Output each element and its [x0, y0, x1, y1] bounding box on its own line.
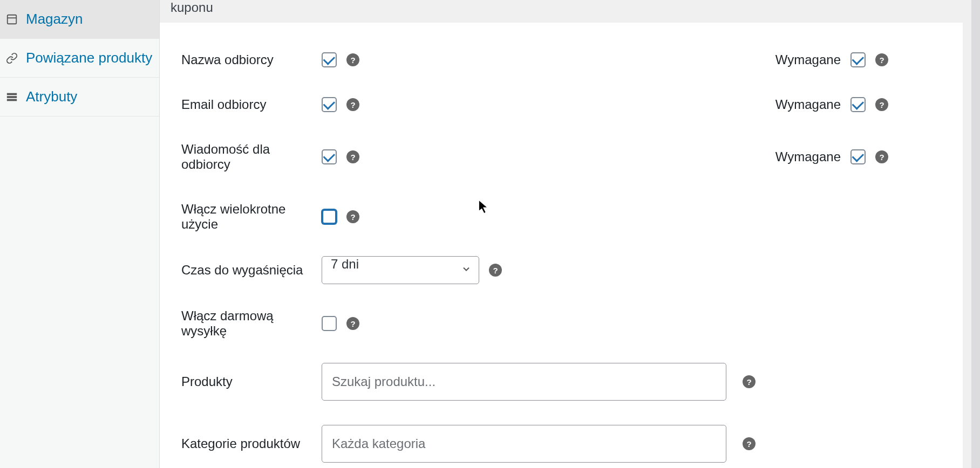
sidebar-item-linked-products[interactable]: Powiązane produkty — [0, 39, 159, 78]
row-recipient-name: Nazwa odbiorcy ? Wymagane ? — [181, 23, 958, 67]
right-edge — [971, 0, 980, 468]
input-categories-search[interactable] — [322, 425, 726, 463]
label-required: Wymagane — [775, 149, 841, 164]
help-icon[interactable]: ? — [346, 210, 359, 223]
checkbox-recipient-message-enabled[interactable] — [322, 149, 337, 164]
row-expiry: Czas do wygaśnięcia 7 dni ? — [181, 232, 958, 284]
checkbox-recipient-message-required[interactable] — [850, 149, 866, 164]
checkbox-multiple-use[interactable] — [322, 209, 337, 224]
input-products-search[interactable] — [322, 363, 726, 401]
help-icon[interactable]: ? — [875, 98, 888, 111]
sidebar-item-attributes[interactable]: Atrybuty — [0, 78, 159, 116]
help-icon[interactable]: ? — [875, 150, 888, 163]
label-free-shipping: Włącz darmową wysyłkę — [181, 308, 322, 339]
svg-rect-3 — [7, 99, 17, 101]
row-multiple-use: Włącz wielokrotne użycie ? — [181, 172, 958, 232]
select-expiry[interactable]: 7 dni — [322, 256, 479, 284]
help-icon[interactable]: ? — [346, 317, 359, 330]
svg-rect-1 — [7, 93, 17, 95]
sidebar-item-label: Magazyn — [26, 11, 83, 27]
svg-rect-0 — [8, 15, 17, 24]
label-multiple-use: Włącz wielokrotne użycie — [181, 202, 322, 232]
checkbox-recipient-email-enabled[interactable] — [322, 97, 337, 112]
sidebar: Magazyn Powiązane produkty Atrybuty — [0, 0, 160, 468]
help-icon[interactable]: ? — [489, 264, 502, 277]
sidebar-item-label: Powiązane produkty — [26, 50, 152, 66]
svg-rect-2 — [7, 96, 17, 98]
checkbox-recipient-name-enabled[interactable] — [322, 52, 337, 67]
sidebar-item-label: Atrybuty — [26, 88, 77, 105]
label-products: Produkty — [181, 374, 322, 389]
label-recipient-email: Email odbiorcy — [181, 97, 322, 112]
label-expiry: Czas do wygaśnięcia — [181, 263, 322, 278]
row-products: Produkty ? — [181, 339, 958, 401]
attributes-icon — [5, 91, 18, 104]
help-icon[interactable]: ? — [743, 375, 756, 388]
help-icon[interactable]: ? — [346, 53, 359, 66]
label-required: Wymagane — [775, 52, 841, 67]
inventory-icon — [5, 13, 18, 26]
label-recipient-message: Wiadomość dla odbiorcy — [181, 142, 322, 172]
checkbox-recipient-name-required[interactable] — [850, 52, 866, 67]
row-recipient-message: Wiadomość dla odbiorcy ? Wymagane ? — [181, 112, 958, 172]
label-categories: Kategorie produktów — [181, 436, 322, 451]
main-panel: kuponu Nazwa odbiorcy ? Wymagane ? Email… — [160, 0, 980, 468]
row-categories: Kategorie produktów ? — [181, 401, 958, 463]
link-icon — [5, 52, 18, 65]
help-icon[interactable]: ? — [346, 98, 359, 111]
header-strip: kuponu — [160, 0, 980, 23]
help-icon[interactable]: ? — [875, 53, 888, 66]
checkbox-free-shipping[interactable] — [322, 316, 337, 331]
sidebar-item-magazyn[interactable]: Magazyn — [0, 0, 159, 39]
row-recipient-email: Email odbiorcy ? Wymagane ? — [181, 67, 958, 112]
label-required: Wymagane — [775, 97, 841, 112]
help-icon[interactable]: ? — [346, 150, 359, 163]
checkbox-recipient-email-required[interactable] — [850, 97, 866, 112]
label-recipient-name: Nazwa odbiorcy — [181, 52, 322, 67]
header-partial-text: kuponu — [171, 0, 213, 15]
help-icon[interactable]: ? — [743, 437, 756, 450]
row-free-shipping: Włącz darmową wysyłkę ? — [181, 284, 958, 339]
